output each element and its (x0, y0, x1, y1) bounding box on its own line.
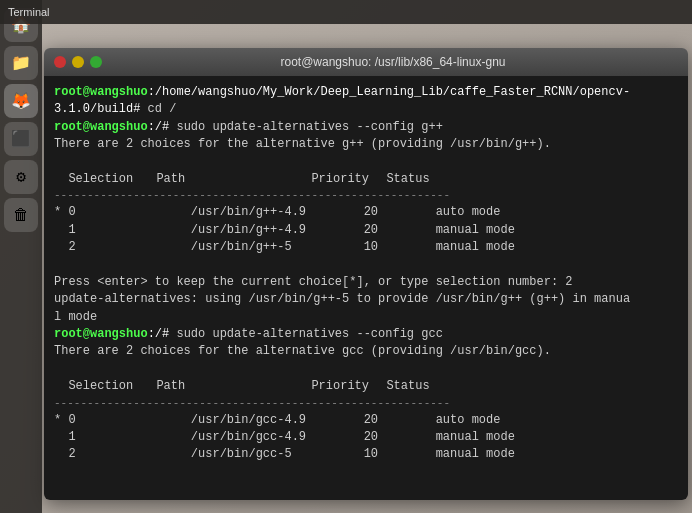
terminal-line-update: update-alternatives: using /usr/bin/g++-… (54, 291, 678, 308)
sidebar-icon-terminal[interactable]: ⬛ (4, 122, 38, 156)
terminal-line-3: There are 2 choices for the alternative … (54, 136, 678, 153)
terminal-line-gcc-info: There are 2 choices for the alternative … (54, 343, 678, 360)
terminal-line-1b: 3.1.0/build# cd / (54, 101, 678, 118)
maximize-button[interactable] (90, 56, 102, 68)
terminal-row-gpp-1: 1 /usr/bin/g++-4.9 20 manual mode (54, 222, 678, 239)
sidebar-icon-firefox[interactable]: 🦊 (4, 84, 38, 118)
terminal-blank-1 (54, 154, 678, 171)
sidebar-icon-settings[interactable]: ⚙ (4, 160, 38, 194)
terminal-row-gpp-2: 2 /usr/bin/g++-5 10 manual mode (54, 239, 678, 256)
panel-item-terminal: Terminal (8, 6, 50, 18)
terminal-title: root@wangshuo: /usr/lib/x86_64-linux-gnu (108, 55, 678, 69)
terminal-line-2: root@wangshuo:/# sudo update-alternative… (54, 119, 678, 136)
terminal-line-input: Press <enter> to keep the current choice… (54, 274, 678, 291)
terminal-blank-3 (54, 361, 678, 378)
top-panel: Terminal (0, 0, 692, 24)
terminal-row-gcc-2: 2 /usr/bin/gcc-5 10 manual mode (54, 446, 678, 463)
sidebar-icon-trash[interactable]: 🗑 (4, 198, 38, 232)
terminal-table-header-1: SelectionPathPriorityStatus (54, 171, 678, 188)
terminal-row-gcc-1: 1 /usr/bin/gcc-4.9 20 manual mode (54, 429, 678, 446)
terminal-separator-1: ----------------------------------------… (54, 188, 678, 204)
terminal-body[interactable]: root@wangshuo:/home/wangshuo/My_Work/Dee… (44, 76, 688, 500)
terminal-blank-2 (54, 256, 678, 273)
terminal-line-update2: l mode (54, 309, 678, 326)
terminal-row-gpp-0: * 0 /usr/bin/g++-4.9 20 auto mode (54, 204, 678, 221)
sidebar: 🏠 📁 🦊 ⬛ ⚙ 🗑 (0, 0, 42, 513)
terminal-row-gcc-0: * 0 /usr/bin/gcc-4.9 20 auto mode (54, 412, 678, 429)
terminal-separator-2: ----------------------------------------… (54, 396, 678, 412)
minimize-button[interactable] (72, 56, 84, 68)
terminal-titlebar: root@wangshuo: /usr/lib/x86_64-linux-gnu (44, 48, 688, 76)
terminal-line-1: root@wangshuo:/home/wangshuo/My_Work/Dee… (54, 84, 678, 101)
terminal-window: root@wangshuo: /usr/lib/x86_64-linux-gnu… (44, 48, 688, 500)
close-button[interactable] (54, 56, 66, 68)
terminal-table-header-2: SelectionPathPriorityStatus (54, 378, 678, 395)
terminal-line-gcc-prompt: root@wangshuo:/# sudo update-alternative… (54, 326, 678, 343)
sidebar-icon-files[interactable]: 📁 (4, 46, 38, 80)
